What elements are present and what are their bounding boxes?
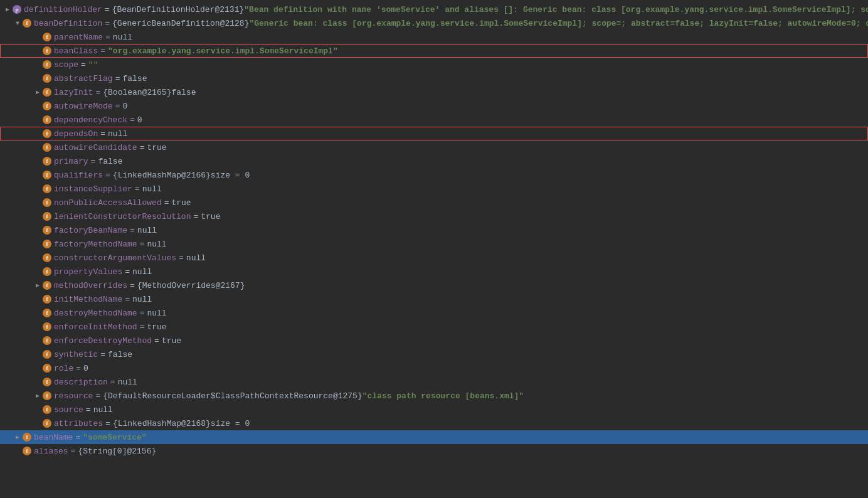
field-value-extra: false	[171, 88, 196, 97]
field-value: "org.example.yang.service.impl.SomeServi…	[108, 46, 338, 56]
field-value: null	[113, 33, 132, 42]
no-toggle	[33, 253, 43, 263]
tree-row[interactable]: fenforceInitMethod = true	[0, 320, 868, 334]
tree-row[interactable]: ffactoryBeanName = null	[0, 223, 868, 237]
equals-sign: =	[135, 184, 140, 194]
field-value: null	[147, 309, 166, 318]
field-value: true	[162, 336, 181, 346]
no-toggle	[33, 267, 43, 277]
field-name: destroyMethodName	[54, 309, 137, 318]
tree-row[interactable]: fdescription = null	[0, 375, 868, 389]
field-name: role	[54, 364, 73, 373]
tree-row[interactable]: fbeanClass = "org.example.yang.service.i…	[0, 44, 868, 58]
field-icon: f	[43, 309, 51, 317]
field-value-extra: size = 0	[211, 171, 250, 180]
tree-row[interactable]: flenientConstructorResolution = true	[0, 209, 868, 223]
field-icon: f	[43, 157, 51, 166]
expand-toggle[interactable]	[33, 280, 43, 290]
equals-sign: =	[81, 60, 86, 70]
field-name: dependencyCheck	[54, 115, 127, 125]
no-toggle	[33, 46, 43, 56]
tree-row[interactable]: fresource = {DefaultResourceLoader$Class…	[0, 389, 868, 403]
field-icon: f	[43, 240, 51, 248]
field-value: {GenericBeanDefinition@2128}	[112, 19, 249, 28]
tree-row[interactable]: fbeanDefinition = {GenericBeanDefinition…	[0, 16, 868, 30]
tree-row[interactable]: fmethodOverrides = {MethodOverrides@2167…	[0, 278, 868, 292]
equals-sign: =	[130, 226, 135, 235]
equals-sign: =	[115, 102, 120, 111]
field-value-string: "Bean definition with name 'someService'…	[244, 5, 868, 14]
tree-row[interactable]: fparentName = null	[0, 30, 868, 44]
field-name: aliases	[34, 447, 68, 456]
field-icon: f	[43, 171, 51, 179]
no-toggle	[33, 170, 43, 180]
tree-row[interactable]: fdependencyCheck = 0	[0, 113, 868, 127]
field-icon: f	[43, 33, 51, 41]
field-name: nonPublicAccessAllowed	[54, 198, 162, 208]
tree-row[interactable]: fenforceDestroyMethod = true	[0, 334, 868, 347]
no-toggle	[33, 184, 43, 194]
field-value-string: "class path resource [beans.xml]"	[363, 391, 524, 401]
tree-row[interactable]: faliases = {String[0]@2156}	[0, 444, 868, 458]
no-toggle	[33, 211, 43, 221]
tree-row[interactable]: fautowireMode = 0	[0, 99, 868, 113]
tree-row[interactable]: finstanceSupplier = null	[0, 182, 868, 196]
tree-row[interactable]: fabstractFlag = false	[0, 72, 868, 85]
no-toggle	[33, 239, 43, 249]
no-toggle	[33, 32, 43, 42]
equals-sign: =	[105, 19, 110, 28]
no-toggle	[33, 322, 43, 332]
tree-row[interactable]: fscope = ""	[0, 58, 868, 72]
field-value: null	[93, 405, 113, 415]
equals-sign: =	[130, 115, 135, 125]
field-name: lazyInit	[54, 88, 93, 97]
field-name: definitionHolder	[24, 5, 102, 14]
field-value: {DefaultResourceLoader$ClassPathContextR…	[103, 391, 362, 401]
field-name: abstractFlag	[54, 74, 113, 83]
expand-toggle[interactable]	[13, 432, 23, 442]
tree-row[interactable]: ffactoryMethodName = null	[0, 237, 868, 251]
no-toggle	[33, 405, 43, 415]
tree-row[interactable]: fdependsOn = null	[0, 127, 868, 140]
equals-sign: =	[115, 74, 120, 83]
collapse-toggle[interactable]	[13, 18, 23, 28]
field-name: qualifiers	[54, 171, 103, 180]
equals-sign: =	[75, 433, 80, 442]
equals-sign: =	[100, 350, 105, 359]
tree-row[interactable]: fautowireCandidate = true	[0, 140, 868, 154]
field-name: enforceInitMethod	[54, 322, 137, 332]
field-value: null	[147, 240, 166, 249]
tree-row[interactable]: fnonPublicAccessAllowed = true	[0, 196, 868, 209]
field-icon: f	[43, 350, 51, 359]
tree-row[interactable]: pdefinitionHolder = {BeanDefinitionHolde…	[0, 3, 868, 16]
expand-toggle[interactable]	[33, 391, 43, 401]
tree-row[interactable]: fqualifiers = {LinkedHashMap@2166} size …	[0, 168, 868, 182]
expand-toggle[interactable]	[33, 87, 43, 97]
tree-row[interactable]: finitMethodName = null	[0, 292, 868, 306]
equals-sign: =	[91, 157, 96, 166]
tree-row[interactable]: fattributes = {LinkedHashMap@2168} size …	[0, 416, 868, 430]
equals-sign: =	[105, 419, 110, 428]
tree-row[interactable]: fsynthetic = false	[0, 347, 868, 361]
field-name: beanName	[34, 433, 73, 442]
field-icon: f	[43, 102, 51, 110]
field-icon: f	[43, 226, 51, 235]
equals-sign: =	[125, 267, 130, 277]
tree-row[interactable]: frole = 0	[0, 361, 868, 375]
tree-row[interactable]: fdestroyMethodName = null	[0, 306, 868, 320]
tree-row[interactable]: fpropertyValues = null	[0, 265, 868, 278]
field-value: null	[118, 378, 137, 387]
no-toggle	[33, 101, 43, 111]
equals-sign: =	[86, 405, 91, 415]
p-icon: p	[13, 5, 21, 14]
tree-row[interactable]: fprimary = false	[0, 154, 868, 168]
tree-row[interactable]: fconstructorArgumentValues = null	[0, 251, 868, 265]
field-name: enforceDestroyMethod	[54, 336, 152, 346]
tree-row[interactable]: flazyInit = {Boolean@2165} false	[0, 85, 868, 99]
tree-row[interactable]: fsource = null	[0, 403, 868, 416]
expand-toggle[interactable]	[3, 4, 13, 14]
field-value: {MethodOverrides@2167}	[137, 281, 245, 290]
equals-sign: =	[140, 309, 145, 318]
no-toggle	[33, 198, 43, 208]
tree-row[interactable]: fbeanName = "someService"	[0, 430, 868, 444]
